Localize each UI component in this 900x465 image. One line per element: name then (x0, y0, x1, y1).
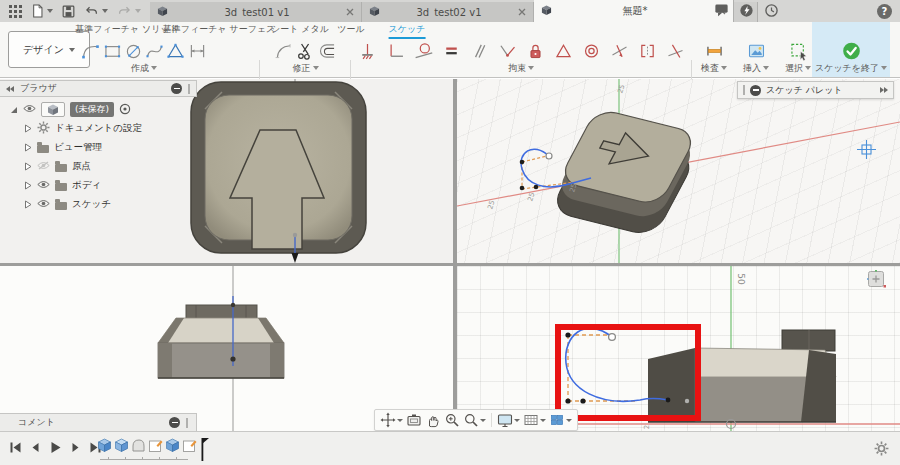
triangle-constraint-icon[interactable] (552, 38, 574, 64)
panel-grip[interactable] (743, 85, 745, 95)
pan-hand-button[interactable] (425, 412, 441, 428)
timeline-fillet-feature[interactable] (131, 438, 146, 453)
horizontal-vertical-constraint-icon[interactable] (356, 38, 378, 64)
play-button[interactable] (49, 441, 62, 454)
create-menu[interactable]: 作成 (80, 62, 208, 75)
job-status-icon[interactable] (739, 3, 754, 20)
comments-panel[interactable]: コメント (0, 413, 197, 431)
look-at-button[interactable] (406, 412, 422, 428)
panel-grip[interactable] (188, 84, 190, 94)
app-grid-icon[interactable] (9, 5, 22, 18)
grid-orientation-widget[interactable] (867, 270, 886, 291)
collapse-left-icon[interactable] (6, 86, 14, 92)
viewport-front-view[interactable]: コメント (0, 266, 453, 431)
grid-settings-button[interactable] (523, 412, 546, 428)
measure-icon[interactable] (703, 38, 725, 64)
clock-icon[interactable] (764, 3, 779, 20)
trim-tool-icon[interactable] (295, 38, 317, 64)
rectangle-tool-icon[interactable] (101, 38, 122, 64)
constraints-menu[interactable]: 拘束 (353, 62, 689, 75)
display-settings-button[interactable] (497, 412, 520, 428)
close-icon[interactable] (346, 7, 354, 18)
parallel-constraint-icon[interactable] (468, 38, 490, 64)
timeline-sketch-feature[interactable] (182, 438, 197, 453)
browser-item-view-management[interactable]: ビュー管理 (10, 138, 197, 157)
viewport-layout-button[interactable] (549, 412, 572, 428)
timeline-extrude-feature[interactable] (114, 438, 129, 453)
browser-item-bodies[interactable]: ボディ (10, 176, 197, 195)
eye-icon[interactable] (37, 199, 50, 210)
coincident-constraint-icon[interactable] (384, 38, 406, 64)
expander-icon[interactable] (24, 124, 32, 133)
spline-tool-icon[interactable] (144, 38, 165, 64)
tab-document-active[interactable]: 無題* (534, 0, 734, 22)
browser-root-row[interactable]: (未保存) (10, 100, 197, 119)
curvature-constraint-icon[interactable] (664, 38, 686, 64)
viewport-divider-vertical[interactable] (453, 79, 457, 431)
step-forward-button[interactable] (69, 441, 82, 454)
panel-minimize-icon[interactable] (169, 417, 180, 428)
close-icon[interactable] (518, 7, 526, 18)
insert-image-icon[interactable] (745, 38, 767, 64)
offset-tool-icon[interactable] (317, 38, 339, 64)
line-tool-icon[interactable] (80, 38, 101, 64)
expander-icon[interactable] (24, 143, 32, 152)
activate-radio-icon[interactable] (119, 103, 131, 117)
browser-item-sketches[interactable]: スケッチ (10, 195, 197, 214)
expander-open-icon[interactable] (10, 105, 18, 114)
viewport-3d-view[interactable]: 25 25 25 25 スケッチ パレット (457, 79, 900, 263)
skip-to-start-button[interactable] (9, 441, 22, 454)
sketch-palette-panel[interactable]: スケッチ パレット (737, 81, 894, 99)
browser-header[interactable]: ブラウザ (0, 80, 197, 97)
insert-menu[interactable]: 挿入 (736, 62, 776, 75)
dimension-tool-icon[interactable] (187, 38, 208, 64)
tab-surface[interactable]: 基準フィーチャ サーフェス (163, 23, 276, 37)
help-icon[interactable]: ? (877, 4, 892, 19)
finish-sketch-button[interactable]: スケッチを終了 (812, 22, 890, 77)
tangent-constraint-icon[interactable] (412, 38, 434, 64)
expand-right-icon[interactable] (880, 87, 888, 93)
symmetry-constraint-icon[interactable] (608, 38, 630, 64)
perpendicular-constraint-icon[interactable] (496, 38, 518, 64)
fillet-tool-icon[interactable] (273, 38, 295, 64)
midpoint-constraint-icon[interactable] (636, 38, 658, 64)
timeline-playhead[interactable] (199, 438, 209, 462)
tab-sheet-metal[interactable]: シート メタル (271, 23, 329, 37)
fix-constraint-icon[interactable] (524, 38, 546, 64)
zoom-button[interactable] (444, 412, 460, 428)
settings-gear-icon[interactable] (874, 441, 889, 458)
browser-item-origin[interactable]: 原点 (10, 157, 197, 176)
browser-item-document-settings[interactable]: ドキュメントの設定 (10, 119, 197, 138)
undo-button[interactable] (84, 5, 108, 18)
viewport-divider-horizontal[interactable] (0, 263, 900, 266)
equal-constraint-icon[interactable] (440, 38, 462, 64)
panel-grip[interactable] (186, 418, 188, 428)
save-button[interactable] (62, 5, 75, 18)
timeline-sketch-feature[interactable] (148, 438, 163, 453)
modify-menu[interactable]: 修正 (263, 62, 348, 75)
tab-tools[interactable]: ツール (337, 23, 364, 37)
inspect-menu[interactable]: 検査 (694, 62, 734, 75)
viewport-sketch-view[interactable]: 50 5 2 (457, 266, 900, 431)
zoom-window-button[interactable] (463, 412, 486, 428)
panel-minimize-icon[interactable] (750, 85, 761, 96)
eye-icon[interactable] (23, 104, 36, 115)
timeline-extrude-feature[interactable] (97, 438, 112, 453)
expander-icon[interactable] (24, 162, 32, 171)
file-menu-button[interactable] (31, 4, 53, 18)
tab-document-1[interactable]: 3d_test01 v1 (150, 2, 362, 22)
orbit-button[interactable] (380, 412, 403, 428)
selection-box-icon[interactable] (787, 38, 809, 64)
expander-icon[interactable] (24, 181, 32, 190)
eye-off-icon[interactable] (37, 161, 50, 172)
expander-icon[interactable] (24, 200, 32, 209)
comments-icon[interactable] (714, 3, 729, 19)
viewport-top-view[interactable]: ブラウザ (未保存) ドキュ (0, 79, 453, 263)
step-back-button[interactable] (29, 441, 42, 454)
concentric-constraint-icon[interactable] (580, 38, 602, 64)
tab-document-2[interactable]: 3d_test02 v1 (362, 2, 534, 22)
redo-button[interactable] (117, 5, 141, 18)
panel-minimize-icon[interactable] (171, 83, 182, 94)
circle-tool-icon[interactable] (123, 38, 144, 64)
eye-icon[interactable] (37, 180, 50, 191)
